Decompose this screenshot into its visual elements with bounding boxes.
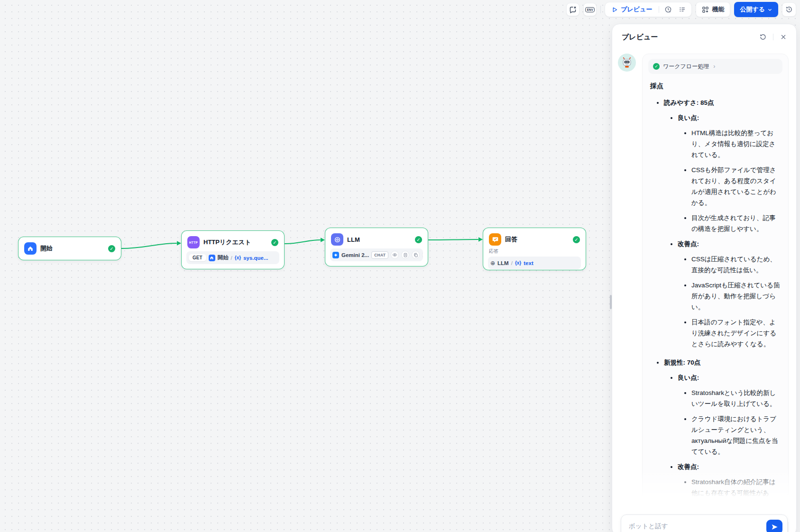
workflow-success-icon: ✓ (653, 63, 660, 70)
chat-message-area: ✓ ワークフロー処理 › 採点 読みやすさ: 85点良い点:HTML構造は比較的… (612, 47, 796, 532)
toolbar-divider (600, 6, 601, 13)
message-heading: 採点 (650, 81, 781, 92)
http-method-badge: GET (189, 254, 206, 261)
answer-variable-summary: ⊕ LLM / {x} text (488, 257, 581, 269)
http-request-summary: GET 開始 / {x} sys.que... (186, 251, 279, 264)
features-blocks-icon (702, 6, 709, 13)
run-history-icon[interactable] (662, 3, 674, 16)
node-answer[interactable]: 回答 ✓ 応答 ⊕ LLM / {x} text (483, 228, 586, 270)
chat-variable-icon (569, 6, 577, 13)
score-item: 読みやすさ: 85点良い点:HTML構造は比較的整っており、メタ情報も適切に設定… (664, 97, 781, 349)
ref-node-name: 開始 (218, 254, 229, 261)
variable-name: text (524, 260, 533, 266)
success-check-icon: ✓ (271, 239, 278, 246)
play-icon (612, 7, 618, 13)
pages-icon (412, 251, 420, 259)
detail-item: Stratosharkという比較的新しいツールを取り上げている。 (691, 387, 781, 409)
header-divider (773, 34, 773, 40)
checklist-icon[interactable] (676, 3, 689, 16)
preview-panel-header: プレビュー (612, 24, 796, 47)
env-icon: ENV (585, 7, 594, 12)
variable-icon: {x} (235, 255, 241, 260)
detail-item: CSSも外部ファイルで管理されており、ある程度のスタイルが適用されていることがわ… (691, 165, 781, 208)
document-icon (401, 251, 409, 259)
vision-eye-icon (391, 251, 399, 259)
detail-item: JavaScriptも圧縮されている箇所があり、動作を把握しづらい。 (691, 280, 781, 312)
workflow-process-label: ワークフロー処理 (663, 63, 709, 71)
close-panel-button[interactable] (777, 31, 790, 43)
answer-output-label: 応答 (489, 248, 580, 255)
node-title: LLM (347, 236, 360, 243)
group-item: 良い点:HTML構造は比較的整っており、メタ情報も適切に設定されている。CSSも… (678, 112, 781, 234)
llm-icon (331, 233, 343, 246)
chevron-right-icon: › (713, 63, 715, 70)
path-separator: / (231, 255, 232, 261)
top-toolbar: ENV プレビュー 機能 公開する (566, 2, 796, 17)
detail-item: クラウド環境におけるトラブルシューティングという、актуальныйな問題に焦… (691, 413, 781, 457)
model-name: Gemini 2... (341, 252, 369, 258)
success-check-icon: ✓ (415, 236, 422, 243)
robot-icon (621, 57, 633, 68)
answer-icon (489, 233, 501, 246)
close-icon (780, 34, 787, 40)
variable-icon: {x} (515, 260, 521, 266)
preview-button[interactable]: プレビュー (608, 5, 656, 14)
score-item: 新規性: 70点良い点:Stratosharkという比較的新しいツールを取り上げ… (664, 357, 781, 532)
variable-name: sys.que... (243, 255, 268, 261)
chat-input-bar (621, 514, 788, 532)
node-start[interactable]: 開始 ✓ (18, 237, 121, 260)
restart-icon (759, 33, 767, 41)
panel-title: プレビュー (622, 33, 658, 42)
preview-button-label: プレビュー (621, 5, 652, 14)
features-button[interactable]: 機能 (696, 2, 730, 17)
detail-item: 目次が生成されており、記事の構造を把握しやすい。 (691, 212, 781, 234)
detail-item: Stratoshark自体の紹介記事は他にも存在する可能性がある。 (691, 477, 781, 509)
workflow-process-toggle[interactable]: ✓ ワークフロー処理 › (648, 59, 782, 74)
home-icon (209, 255, 215, 261)
ref-node-name: LLM (497, 260, 509, 266)
model-mode-badge: CHAT (371, 251, 388, 259)
detail-item: CSSは圧縮されているため、直接的な可読性は低い。 (691, 254, 781, 275)
success-check-icon: ✓ (108, 245, 115, 252)
group-item: 良い点:Stratosharkという比較的新しいツールを取り上げている。クラウド… (678, 372, 781, 457)
message-markdown: 採点 読みやすさ: 85点良い点:HTML構造は比較的整っており、メタ情報も適切… (644, 74, 787, 532)
publish-button[interactable]: 公開する (734, 2, 778, 17)
success-check-icon: ✓ (573, 236, 580, 243)
send-button[interactable] (766, 520, 782, 532)
path-separator: / (511, 260, 513, 266)
bot-message-bubble: ✓ ワークフロー処理 › 採点 読みやすさ: 85点良い点:HTML構造は比較的… (642, 54, 789, 532)
group-item: 改善点:CSSは圧縮されているため、直接的な可読性は低い。JavaScriptも… (678, 238, 781, 349)
features-button-label: 機能 (712, 5, 724, 14)
version-history-icon (785, 6, 793, 13)
chat-variables-button[interactable] (566, 3, 579, 16)
llm-ref-icon: ⊕ (490, 260, 495, 266)
chevron-down-icon (767, 7, 772, 12)
home-icon (24, 242, 37, 255)
send-icon (771, 523, 778, 531)
node-title: 開始 (40, 244, 53, 253)
llm-model-summary: Gemini 2... CHAT (330, 248, 423, 261)
audio-waveform-icon (422, 251, 423, 259)
http-icon: HTTP (187, 236, 200, 248)
chat-input[interactable] (629, 520, 766, 532)
detail-item: 日本語のフォント指定や、より洗練されたデザインにするとさらに読みやすくなる。 (691, 317, 781, 349)
gemini-icon (332, 252, 339, 258)
env-variables-button[interactable]: ENV (583, 3, 597, 16)
publish-button-label: 公開する (740, 5, 765, 14)
preview-button-group: プレビュー (605, 2, 692, 17)
node-http-request[interactable]: HTTP HTTPリクエスト ✓ GET 開始 / {x} sys.que... (181, 230, 285, 269)
restart-chat-button[interactable] (757, 31, 769, 43)
preview-panel: プレビュー (612, 24, 797, 532)
version-history-button[interactable] (782, 2, 796, 17)
node-title: HTTPリクエスト (203, 238, 251, 247)
score-list: 読みやすさ: 85点良い点:HTML構造は比較的整っており、メタ情報も適切に設定… (650, 97, 781, 532)
node-title: 回答 (505, 235, 517, 244)
group-divider (659, 6, 659, 13)
node-llm[interactable]: LLM ✓ Gemini 2... CHAT (325, 228, 428, 266)
detail-item: HTML構造は比較的整っており、メタ情報も適切に設定されている。 (691, 128, 781, 160)
bot-avatar (618, 54, 636, 72)
